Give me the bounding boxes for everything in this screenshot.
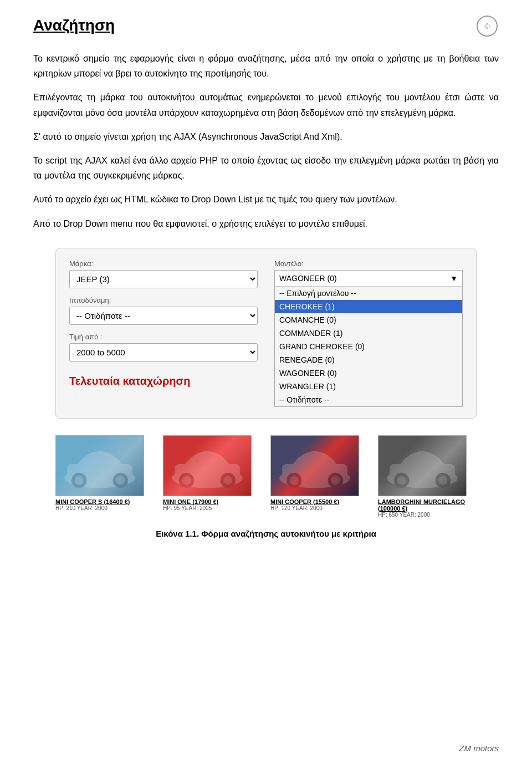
search-form: Μάρκα: JEEP (3) Ιπποδύναμη: -- Οτιδήποτε… <box>55 248 477 419</box>
power-label: Ιπποδύναμη: <box>69 296 258 304</box>
model-dropdown-header[interactable]: WAGONEER (0) ▼ <box>275 271 462 287</box>
model-option-7[interactable]: WRANGLER (1) <box>275 380 462 393</box>
svg-point-21 <box>397 476 406 485</box>
car-thumbnail-3[interactable] <box>378 435 467 496</box>
paragraph-6: Από το Drop Down menu που θα εμφανιστεί,… <box>33 216 499 231</box>
power-select[interactable]: -- Οτιδήποτε -- <box>69 307 258 325</box>
model-option-3[interactable]: COMMANDER (1) <box>275 327 462 340</box>
figure-caption: Εικόνα 1.1. Φόρμα αναζήτησης αυτοκινήτου… <box>33 529 499 538</box>
brand-select[interactable]: JEEP (3) <box>69 270 258 288</box>
paragraph-1: Το κεντρικό σημείο της εφαρμογής είναι η… <box>33 51 499 81</box>
svg-point-17 <box>331 476 340 485</box>
paragraph-4: Το script της AJAX καλεί ένα άλλο αρχείο… <box>33 153 499 183</box>
model-option-6[interactable]: WAGONEER (0) <box>275 366 462 380</box>
model-options-list: -- Επιλογή μοντέλου --CHEROKEE (1)COMANC… <box>275 287 462 406</box>
car-item-3: LAMBORGHINI MURCIELAGO (100000 €)HP: 650… <box>378 435 477 518</box>
paragraph-3: Σ' αυτό το σημείο γίνεται χρήση της AJAX… <box>33 129 499 144</box>
car-details-2: HP: 120 YEAR: 2000 <box>270 505 369 511</box>
car-title-1[interactable]: MINI ONE (17900 €) <box>163 498 262 505</box>
car-title-3[interactable]: LAMBORGHINI MURCIELAGO (100000 €) <box>378 498 477 512</box>
form-right-column: Μοντέλο: WAGONEER (0) ▼ -- Επιλογή μοντέ… <box>274 259 463 407</box>
form-left-column: Μάρκα: JEEP (3) Ιπποδύναμη: -- Οτιδήποτε… <box>69 259 258 407</box>
cc-badge: © <box>477 16 498 37</box>
paragraph-2: Επιλέγοντας τη μάρκα του αυτοκινήτου αυτ… <box>33 90 499 120</box>
car-details-1: HP: 95 YEAR: 2005 <box>163 505 262 511</box>
model-option-2[interactable]: COMANCHE (0) <box>275 313 462 327</box>
dropdown-arrow-icon: ▼ <box>450 274 458 283</box>
car-thumbnail-0[interactable] <box>55 435 144 496</box>
svg-point-9 <box>182 476 191 485</box>
page-title: Αναζήτηση <box>33 17 499 34</box>
brand-label: Μάρκα: <box>69 259 258 268</box>
svg-point-23 <box>438 476 447 485</box>
model-option-1[interactable]: CHEROKEE (1) <box>275 300 462 313</box>
footer-brand: ZM motors <box>459 743 499 753</box>
model-dropdown-box[interactable]: WAGONEER (0) ▼ -- Επιλογή μοντέλου --CHE… <box>274 270 463 407</box>
car-item-0: MINI COOPER S (16400 €)HP: 210 YEAR: 200… <box>55 435 154 518</box>
car-images-section: MINI COOPER S (16400 €)HP: 210 YEAR: 200… <box>55 435 477 518</box>
copyright-icon: © <box>477 16 499 38</box>
car-details-0: HP: 210 YEAR: 2000 <box>55 505 154 511</box>
price-select[interactable]: 2000 to 5000 <box>69 343 258 361</box>
model-option-4[interactable]: GRAND CHEROKEE (0) <box>275 340 462 353</box>
paragraph-5: Αυτό το αρχείο έχει ως HTML κώδικα το Dr… <box>33 192 499 207</box>
car-item-2: MINI COOPER (15500 €)HP: 120 YEAR: 2000 <box>270 435 369 518</box>
svg-point-3 <box>75 476 84 485</box>
car-title-0[interactable]: MINI COOPER S (16400 €) <box>55 498 154 505</box>
svg-point-5 <box>116 476 125 485</box>
model-label: Μοντέλο: <box>274 259 463 268</box>
svg-point-15 <box>290 476 299 485</box>
car-title-2[interactable]: MINI COOPER (15500 €) <box>270 498 369 505</box>
model-option-8[interactable]: -- Οτιδήποτε -- <box>275 393 462 406</box>
last-entry-link[interactable]: Τελευταία καταχώρηση <box>69 375 258 388</box>
car-thumbnail-2[interactable] <box>270 435 359 496</box>
svg-point-11 <box>223 476 232 485</box>
car-details-3: HP: 650 YEAR: 2000 <box>378 512 477 518</box>
car-thumbnail-1[interactable] <box>163 435 252 496</box>
model-option-0[interactable]: -- Επιλογή μοντέλου -- <box>275 287 462 300</box>
model-header-value: WAGONEER (0) <box>279 274 337 283</box>
car-item-1: MINI ONE (17900 €)HP: 95 YEAR: 2005 <box>163 435 262 518</box>
model-option-5[interactable]: RENEGADE (0) <box>275 353 462 366</box>
price-label: Τιμή από : <box>69 333 258 341</box>
